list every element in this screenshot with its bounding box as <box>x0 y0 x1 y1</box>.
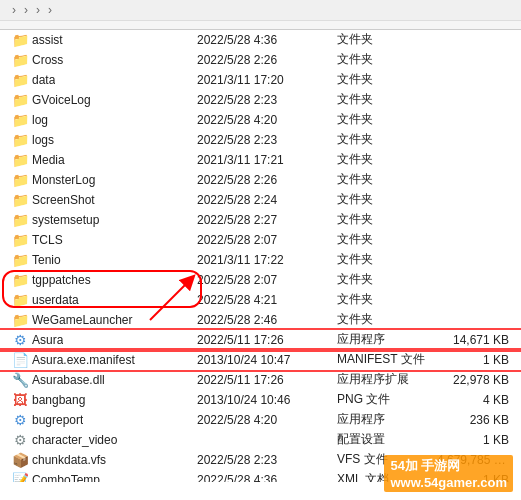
table-row[interactable]: 📁 Media 2021/3/11 17:21 文件夹 <box>0 150 521 170</box>
table-row[interactable]: 📁 Cross 2022/5/28 2:26 文件夹 <box>0 50 521 70</box>
file-date: 2022/5/28 4:20 <box>193 113 333 127</box>
file-type: 文件夹 <box>333 211 433 228</box>
file-name-label: logs <box>32 133 54 147</box>
table-row[interactable]: 📁 WeGameLauncher 2022/5/28 2:46 文件夹 <box>0 310 521 330</box>
col-name[interactable] <box>8 23 193 27</box>
table-row[interactable]: 🖼 bangbang 2013/10/24 10:46 PNG 文件 4 KB <box>0 390 521 410</box>
file-name-label: assist <box>32 33 63 47</box>
table-row[interactable]: 📁 Tenio 2021/3/11 17:22 文件夹 <box>0 250 521 270</box>
table-row[interactable]: 📁 TCLS 2022/5/28 2:07 文件夹 <box>0 230 521 250</box>
file-name-label: Asura.exe.manifest <box>32 353 135 367</box>
file-date: 2022/5/28 2:07 <box>193 273 333 287</box>
file-size: 14,671 KB <box>433 333 513 347</box>
table-row[interactable]: 📁 userdata 2022/5/28 4:21 文件夹 <box>0 290 521 310</box>
table-row[interactable]: 📁 GVoiceLog 2022/5/28 2:23 文件夹 <box>0 90 521 110</box>
file-type: 文件夹 <box>333 111 433 128</box>
file-type: 文件夹 <box>333 191 433 208</box>
file-type: 文件夹 <box>333 171 433 188</box>
table-header <box>0 21 521 30</box>
table-row[interactable]: 📄 Asura.exe.manifest 2013/10/24 10:47 MA… <box>0 350 521 370</box>
file-type: 文件夹 <box>333 131 433 148</box>
file-name-label: ComboTemp <box>32 473 100 483</box>
file-date: 2022/5/28 4:36 <box>193 473 333 483</box>
sep1: › <box>12 3 16 17</box>
table-row[interactable]: 📁 data 2021/3/11 17:20 文件夹 <box>0 70 521 90</box>
file-size: 1 KB <box>433 473 513 483</box>
table-row[interactable]: 📁 log 2022/5/28 4:20 文件夹 <box>0 110 521 130</box>
folder-icon: 📁 <box>12 312 28 328</box>
file-type: 文件夹 <box>333 291 433 308</box>
folder-icon: 📁 <box>12 132 28 148</box>
file-size: 236 KB <box>433 413 513 427</box>
file-name-label: userdata <box>32 293 79 307</box>
table-row[interactable]: 🔧 Asurabase.dll 2022/5/11 17:26 应用程序扩展 2… <box>0 370 521 390</box>
table-row[interactable]: ⚙ character_video 配置设置 1 KB <box>0 430 521 450</box>
dll-icon: 🔧 <box>12 372 28 388</box>
table-row[interactable]: 📁 assist 2022/5/28 4:36 文件夹 <box>0 30 521 50</box>
folder-icon: 📁 <box>12 152 28 168</box>
table-row[interactable]: ⚙ bugreport 2022/5/28 4:20 应用程序 236 KB <box>0 410 521 430</box>
file-type: 文件夹 <box>333 71 433 88</box>
file-date: 2013/10/24 10:46 <box>193 393 333 407</box>
file-name-label: Media <box>32 153 65 167</box>
file-type: 文件夹 <box>333 51 433 68</box>
file-date: 2022/5/11 17:26 <box>193 373 333 387</box>
table-row[interactable]: 📝 ComboTemp 2022/5/28 4:36 XML 文档 1 KB <box>0 470 521 482</box>
sep4: › <box>48 3 52 17</box>
file-name-label: Cross <box>32 53 63 67</box>
folder-icon: 📁 <box>12 72 28 88</box>
file-size: 4 KB <box>433 393 513 407</box>
table-row[interactable]: 📁 ScreenShot 2022/5/28 2:24 文件夹 <box>0 190 521 210</box>
file-size: 4,679,785 KB <box>433 453 513 467</box>
file-type: 文件夹 <box>333 151 433 168</box>
file-date: 2022/5/28 4:21 <box>193 293 333 307</box>
file-type: 应用程序 <box>333 331 433 348</box>
col-date[interactable] <box>193 23 333 27</box>
file-type: XML 文档 <box>333 471 433 482</box>
file-type: 文件夹 <box>333 231 433 248</box>
col-size[interactable] <box>433 23 513 27</box>
folder-icon: 📁 <box>12 232 28 248</box>
folder-icon: 📁 <box>12 92 28 108</box>
file-list: 📁 assist 2022/5/28 4:36 文件夹 📁 Cross 2022… <box>0 30 521 482</box>
file-name-label: TCLS <box>32 233 63 247</box>
file-date: 2021/3/11 17:20 <box>193 73 333 87</box>
folder-icon: 📁 <box>12 192 28 208</box>
folder-icon: 📁 <box>12 52 28 68</box>
file-type: MANIFEST 文件 <box>333 351 433 368</box>
file-name-label: character_video <box>32 433 117 447</box>
folder-icon: 📁 <box>12 272 28 288</box>
file-type: PNG 文件 <box>333 391 433 408</box>
file-type: 文件夹 <box>333 271 433 288</box>
file-name-label: MonsterLog <box>32 173 95 187</box>
col-type[interactable] <box>333 23 433 27</box>
file-name-label: log <box>32 113 48 127</box>
file-date: 2022/5/28 2:24 <box>193 193 333 207</box>
file-size: 22,978 KB <box>433 373 513 387</box>
xml-icon: 📝 <box>12 472 28 483</box>
table-row[interactable]: 📁 tgppatches 2022/5/28 2:07 文件夹 <box>0 270 521 290</box>
file-name-label: tgppatches <box>32 273 91 287</box>
table-row[interactable]: 📦 chunkdata.vfs 2022/5/28 2:23 VFS 文件 4,… <box>0 450 521 470</box>
config-icon: ⚙ <box>12 432 28 448</box>
folder-icon: 📁 <box>12 172 28 188</box>
manifest-icon: 📄 <box>12 352 28 368</box>
table-row[interactable]: 📁 MonsterLog 2022/5/28 2:26 文件夹 <box>0 170 521 190</box>
folder-icon: 📁 <box>12 112 28 128</box>
breadcrumb-bar: › › › › <box>0 0 521 21</box>
folder-icon: 📁 <box>12 32 28 48</box>
table-row[interactable]: 📁 logs 2022/5/28 2:23 文件夹 <box>0 130 521 150</box>
img-icon: 🖼 <box>12 392 28 408</box>
table-row[interactable]: ⚙ Asura 2022/5/11 17:26 应用程序 14,671 KB <box>0 330 521 350</box>
table-row[interactable]: 📁 systemsetup 2022/5/28 2:27 文件夹 <box>0 210 521 230</box>
file-date: 2021/3/11 17:21 <box>193 153 333 167</box>
file-date: 2022/5/28 4:36 <box>193 33 333 47</box>
file-name-label: GVoiceLog <box>32 93 91 107</box>
file-date: 2022/5/28 2:26 <box>193 53 333 67</box>
file-date: 2022/5/28 2:23 <box>193 453 333 467</box>
file-date: 2022/5/28 2:07 <box>193 233 333 247</box>
file-type: 应用程序扩展 <box>333 371 433 388</box>
file-name-label: WeGameLauncher <box>32 313 133 327</box>
file-name-label: Tenio <box>32 253 61 267</box>
file-date: 2022/5/11 17:26 <box>193 333 333 347</box>
